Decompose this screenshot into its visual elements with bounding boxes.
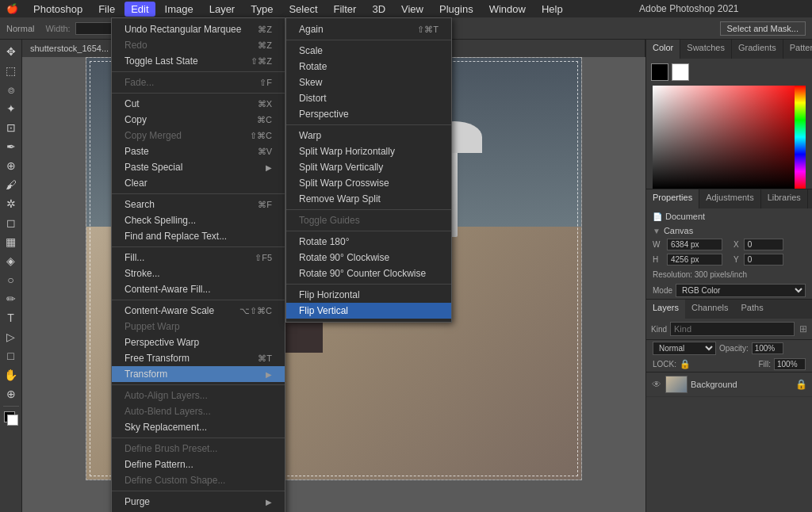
foreground-color[interactable] (651, 63, 668, 81)
layers-search-input[interactable] (670, 322, 795, 336)
menu-stroke[interactable]: Stroke... (112, 266, 285, 281)
pen-tool[interactable]: ✏ (2, 290, 20, 308)
path-selection-tool[interactable]: ▷ (2, 328, 20, 346)
submenu-split-warp-cross[interactable]: Split Warp Crosswise (286, 175, 451, 191)
submenu-scale[interactable]: Scale (286, 43, 451, 59)
menu-cut[interactable]: Cut ⌘X (112, 96, 285, 112)
layer-background[interactable]: 👁 Background 🔒 (646, 373, 812, 397)
tab-adjustments[interactable]: Adjustments (699, 189, 761, 208)
submenu-warp[interactable]: Warp (286, 128, 451, 143)
tab-gradients[interactable]: Gradients (732, 40, 783, 59)
menu-layer[interactable]: Layer (203, 2, 242, 17)
submenu-rotate-90-ccw[interactable]: Rotate 90° Counter Clockwise (286, 266, 451, 281)
submenu-split-warp-v[interactable]: Split Warp Vertically (286, 159, 451, 175)
color-picker-area[interactable] (653, 86, 806, 189)
submenu-perspective[interactable]: Perspective (286, 106, 451, 122)
dodge-tool[interactable]: ○ (2, 271, 20, 288)
lock-icon[interactable]: 🔒 (680, 359, 691, 369)
menu-define-pattern[interactable]: Define Pattern... (112, 457, 285, 472)
menu-fill[interactable]: Fill... ⇧F5 (112, 250, 285, 266)
submenu-rotate[interactable]: Rotate (286, 59, 451, 75)
filter-icon[interactable]: ⊞ (799, 323, 807, 334)
menu-paste[interactable]: Paste ⌘V (112, 143, 285, 159)
tab-properties[interactable]: Properties (646, 189, 699, 208)
submenu-again[interactable]: Again ⇧⌘T (286, 21, 451, 37)
menu-free-transform[interactable]: Free Transform ⌘T (112, 350, 285, 366)
tab-channels[interactable]: Channels (685, 300, 734, 319)
magic-wand-tool[interactable]: ✦ (2, 100, 20, 117)
blur-tool[interactable]: ◈ (2, 252, 20, 269)
y-value[interactable]: 0 (744, 254, 783, 266)
submenu-flip-vertical[interactable]: Flip Vertical (286, 303, 451, 319)
healing-brush-tool[interactable]: ⊕ (2, 157, 20, 174)
canvas-height-value[interactable]: 4256 px (667, 254, 722, 266)
submenu-flip-horizontal[interactable]: Flip Horizontal (286, 287, 451, 303)
canvas-width-value[interactable]: 6384 px (667, 239, 722, 250)
menu-file[interactable]: File (92, 2, 121, 17)
tab-paths[interactable]: Paths (735, 300, 770, 319)
canvas-chevron[interactable]: ▼ (653, 227, 661, 235)
tab-libraries[interactable]: Libraries (761, 189, 808, 208)
apple-menu[interactable]: 🍎 (6, 3, 17, 14)
zoom-tool[interactable]: ⊕ (2, 385, 20, 403)
menu-edit[interactable]: Edit (124, 2, 155, 17)
clone-stamp-tool[interactable]: ✲ (2, 195, 20, 212)
lasso-tool[interactable]: ⌾ (2, 81, 20, 98)
menu-find-replace[interactable]: Find and Replace Text... (112, 228, 285, 244)
eraser-tool[interactable]: ◻ (2, 214, 20, 231)
submenu-distort[interactable]: Distort (286, 90, 451, 106)
menu-type[interactable]: Type (244, 2, 279, 17)
menu-copy[interactable]: Copy ⌘C (112, 112, 285, 128)
tab-patterns[interactable]: Patterns (783, 40, 812, 59)
shape-tool[interactable]: □ (2, 347, 20, 365)
gradient-tool[interactable]: ▦ (2, 233, 20, 250)
eyedropper-tool[interactable]: ✒ (2, 138, 20, 155)
background-color[interactable] (672, 63, 689, 81)
menu-undo[interactable]: Undo Rectangular Marquee ⌘Z (112, 21, 285, 37)
menu-transform[interactable]: Transform ▶ (112, 366, 285, 382)
menu-search[interactable]: Search ⌘F (112, 197, 285, 212)
menu-clear[interactable]: Clear (112, 175, 285, 191)
tab-layers[interactable]: Layers (646, 300, 685, 319)
opacity-input[interactable] (752, 342, 783, 354)
hand-tool[interactable]: ✋ (2, 366, 20, 384)
submenu-remove-warp-split[interactable]: Remove Warp Split (286, 191, 451, 207)
menu-check-spelling[interactable]: Check Spelling... (112, 212, 285, 228)
menu-window[interactable]: Window (483, 2, 532, 17)
submenu-split-warp-h[interactable]: Split Warp Horizontally (286, 143, 451, 159)
crop-tool[interactable]: ⊡ (2, 119, 20, 136)
menu-3d[interactable]: 3D (366, 2, 392, 17)
menu-redo[interactable]: Redo ⌘Z (112, 37, 285, 53)
menu-sky-replacement[interactable]: Sky Replacement... (112, 419, 285, 435)
menu-filter[interactable]: Filter (327, 2, 363, 17)
menu-help[interactable]: Help (535, 2, 569, 17)
menu-plugins[interactable]: Plugins (433, 2, 480, 17)
brush-tool[interactable]: 🖌 (2, 176, 20, 193)
menu-select[interactable]: Select (282, 2, 324, 17)
marquee-tool[interactable]: ⬚ (2, 62, 20, 79)
select-mask-button[interactable]: Select and Mask... (720, 21, 806, 36)
menu-purge[interactable]: Purge ▶ (112, 494, 285, 510)
menu-photoshop[interactable]: Photoshop (27, 2, 89, 17)
menu-view[interactable]: View (395, 2, 430, 17)
submenu-rotate-180[interactable]: Rotate 180° (286, 234, 451, 250)
move-tool[interactable]: ✥ (2, 43, 20, 60)
menu-perspective-warp[interactable]: Perspective Warp (112, 334, 285, 350)
fg-color-swatch[interactable] (2, 410, 20, 427)
fill-input[interactable] (774, 358, 806, 370)
hue-slider[interactable] (795, 86, 806, 189)
blend-mode-select[interactable]: Normal (653, 342, 716, 355)
mode-select[interactable]: RGB Color (676, 284, 806, 297)
menu-content-aware-fill[interactable]: Content-Aware Fill... (112, 281, 285, 297)
type-tool[interactable]: T (2, 309, 20, 327)
tab-swatches[interactable]: Swatches (680, 40, 732, 59)
tab-color[interactable]: Color (646, 40, 680, 59)
submenu-rotate-90-cw[interactable]: Rotate 90° Clockwise (286, 250, 451, 266)
menu-paste-special[interactable]: Paste Special ▶ (112, 159, 285, 175)
submenu-skew[interactable]: Skew (286, 75, 451, 90)
layer-visibility-toggle[interactable]: 👁 (651, 379, 662, 390)
x-value[interactable]: 0 (744, 239, 783, 250)
menu-content-aware-scale[interactable]: Content-Aware Scale ⌥⇧⌘C (112, 303, 285, 319)
menu-image[interactable]: Image (159, 2, 200, 17)
menu-toggle-last-state[interactable]: Toggle Last State ⇧⌘Z (112, 53, 285, 69)
